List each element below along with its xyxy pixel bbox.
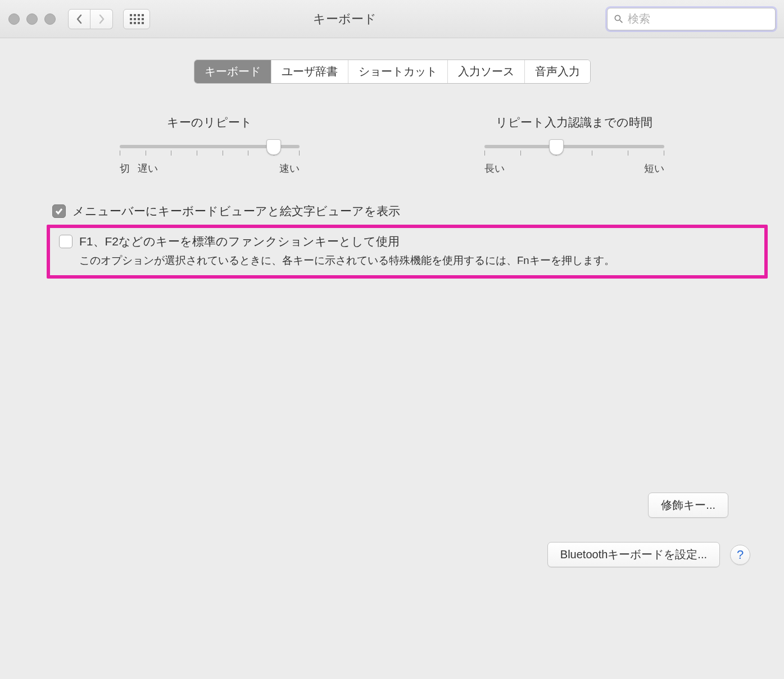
keyboard-panel: キーのリピート 切 遅い 速い リピート入力認 (19, 88, 765, 531)
tab-input-sources[interactable]: 入力ソース (448, 60, 525, 83)
search-field-wrap[interactable] (607, 8, 776, 30)
key-repeat-group: キーのリピート 切 遅い 速い (67, 115, 353, 175)
tab-keyboard[interactable]: キーボード (194, 60, 271, 83)
minimize-window-button[interactable] (26, 13, 38, 25)
content-area: キーボード ユーザ辞書 ショートカット 入力ソース 音声入力 キーのリピート 切 (0, 38, 784, 587)
show-viewers-row: メニューバーにキーボードビューアと絵文字ビューアを表示 (52, 203, 728, 219)
search-input[interactable] (628, 12, 769, 25)
zoom-window-button[interactable] (44, 13, 56, 25)
key-repeat-slider[interactable]: 切 遅い 速い (120, 145, 300, 175)
tab-bar: キーボード ユーザ辞書 ショートカット 入力ソース 音声入力 (18, 60, 766, 84)
chevron-left-icon (76, 14, 83, 24)
tab-dictation[interactable]: 音声入力 (525, 60, 590, 83)
bluetooth-setup-button[interactable]: Bluetoothキーボードを設定... (547, 542, 720, 567)
show-viewers-label: メニューバーにキーボードビューアと絵文字ビューアを表示 (72, 203, 400, 219)
show-viewers-checkbox[interactable] (52, 204, 66, 218)
delay-scale-labels: 長い 短い (484, 162, 664, 175)
fn-keys-description: このオプションが選択されているときに、各キーに示されている特殊機能を使用するには… (79, 253, 759, 268)
window-title: キーボード (83, 11, 607, 28)
slider-thumb[interactable] (549, 139, 564, 155)
fn-keys-label: F1、F2などのキーを標準のファンクションキーとして使用 (79, 234, 400, 249)
window-controls (8, 13, 56, 25)
delay-until-repeat-slider[interactable]: 長い 短い (484, 145, 664, 175)
delay-max-label: 短い (644, 162, 664, 175)
key-repeat-off-label: 切 (120, 162, 130, 175)
modifier-keys-button[interactable]: 修飾キー... (648, 493, 728, 518)
tab-shortcuts[interactable]: ショートカット (348, 60, 448, 83)
key-repeat-min-label: 遅い (138, 162, 158, 175)
checkmark-icon (55, 207, 64, 216)
fn-keys-highlight: F1、F2などのキーを標準のファンクションキーとして使用 このオプションが選択さ… (47, 225, 768, 279)
close-window-button[interactable] (8, 13, 20, 25)
delay-min-label: 長い (484, 162, 505, 175)
search-icon (613, 13, 624, 25)
key-repeat-label: キーのリピート (167, 115, 252, 130)
bottom-bar: Bluetoothキーボードを設定... ? (18, 532, 766, 577)
key-repeat-max-label: 速い (279, 162, 300, 175)
delay-until-repeat-group: リピート入力認識までの時間 長い 短い (432, 115, 718, 175)
slider-thumb[interactable] (266, 139, 281, 155)
slider-row: キーのリピート 切 遅い 速い リピート入力認 (56, 115, 728, 175)
tab-user-dictionary[interactable]: ユーザ辞書 (271, 60, 348, 83)
toolbar: キーボード (0, 0, 784, 38)
delay-until-repeat-label: リピート入力認識までの時間 (496, 115, 652, 130)
key-repeat-scale-labels: 切 遅い 速い (120, 162, 300, 175)
fn-keys-checkbox[interactable] (59, 235, 72, 248)
help-button[interactable]: ? (730, 545, 750, 565)
